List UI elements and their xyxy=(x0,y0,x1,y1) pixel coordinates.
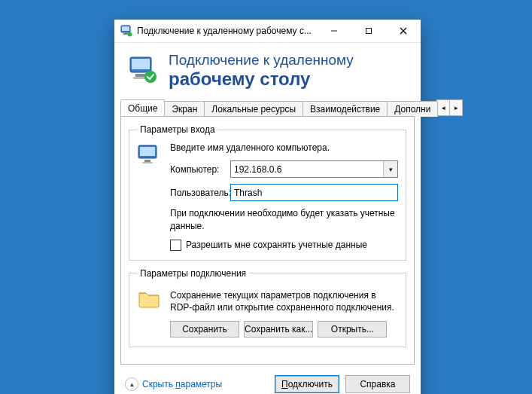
rdp-app-icon xyxy=(120,25,132,37)
tab-body: Параметры входа Введите имя удаленного к… xyxy=(120,116,415,365)
hide-parameters-label: Скрыть параметры xyxy=(142,379,222,389)
tab-experience[interactable]: Взаимодействие xyxy=(302,101,388,117)
svg-rect-1 xyxy=(122,26,129,31)
chevron-down-icon: ▾ xyxy=(389,166,393,173)
svg-point-3 xyxy=(128,32,132,37)
open-button[interactable]: Открыть... xyxy=(318,321,387,337)
svg-rect-2 xyxy=(123,33,128,35)
svg-rect-15 xyxy=(144,160,150,162)
minimize-button[interactable] xyxy=(317,20,351,42)
svg-rect-14 xyxy=(140,147,155,156)
computer-input[interactable] xyxy=(231,161,383,177)
svg-rect-5 xyxy=(366,29,372,34)
user-input[interactable] xyxy=(230,184,398,201)
connection-settings-legend: Параметры подключения xyxy=(137,268,249,279)
connect-button[interactable]: Подключить xyxy=(275,375,339,393)
login-settings-group: Параметры входа Введите имя удаленного к… xyxy=(129,124,406,260)
svg-rect-10 xyxy=(135,74,146,77)
login-settings-legend: Параметры входа xyxy=(137,124,218,135)
save-button[interactable]: Сохранить xyxy=(170,321,239,337)
maximize-button[interactable] xyxy=(351,20,386,42)
help-button[interactable]: Справка xyxy=(345,375,410,393)
tabs-row: Общие Экран Локальные ресурсы Взаимодейс… xyxy=(114,99,421,116)
hide-parameters-toggle[interactable]: ▴ Скрыть параметры xyxy=(125,377,222,391)
chevron-up-icon: ▴ xyxy=(125,377,138,391)
connection-note: Сохранение текущих параметров подключени… xyxy=(170,289,398,313)
svg-rect-9 xyxy=(132,59,150,69)
save-as-button[interactable]: Сохранить как... xyxy=(244,321,313,337)
computer-combo[interactable]: ▾ xyxy=(230,160,398,178)
svg-point-12 xyxy=(144,71,157,83)
rdp-header-icon xyxy=(128,54,158,87)
save-credentials-checkbox[interactable]: Разрешить мне сохранять учетные данные xyxy=(170,240,398,251)
tab-advanced[interactable]: Дополни xyxy=(387,101,438,117)
user-label: Пользователь: xyxy=(170,188,230,198)
rdp-dialog-window: Подключение к удаленному рабочему с... xyxy=(114,20,421,394)
close-button[interactable] xyxy=(386,20,421,42)
credentials-note: При подключении необходимо будет указать… xyxy=(170,207,398,231)
save-credentials-label: Разрешить мне сохранять учетные данные xyxy=(186,240,367,250)
titlebar[interactable]: Подключение к удаленному рабочему с... xyxy=(114,20,421,43)
header-line1: Подключение к удаленному xyxy=(169,52,354,69)
connection-settings-group: Параметры подключения Сохранение текущих… xyxy=(129,268,406,347)
folder-icon xyxy=(137,286,163,337)
header-line2: рабочему столу xyxy=(169,69,354,90)
dialog-header: Подключение к удаленному рабочему столу xyxy=(114,43,421,99)
tab-local-resources[interactable]: Локальные ресурсы xyxy=(204,101,303,117)
titlebar-title: Подключение к удаленному рабочему с... xyxy=(137,26,317,36)
tab-display[interactable]: Экран xyxy=(164,101,205,117)
computer-dropdown-button[interactable]: ▾ xyxy=(383,161,397,177)
tabs-scroll-right[interactable]: ▸ xyxy=(449,99,463,116)
login-instruction: Введите имя удаленного компьютера. xyxy=(170,142,398,153)
svg-rect-16 xyxy=(142,162,153,163)
computer-label: Компьютер: xyxy=(170,164,230,175)
tab-general[interactable]: Общие xyxy=(120,99,165,116)
dialog-footer: ▴ Скрыть параметры Подключить Справка xyxy=(114,365,421,394)
tabs-scroll-left[interactable]: ◂ xyxy=(436,99,450,116)
monitor-icon xyxy=(137,142,163,250)
checkbox-box-icon xyxy=(170,240,181,251)
